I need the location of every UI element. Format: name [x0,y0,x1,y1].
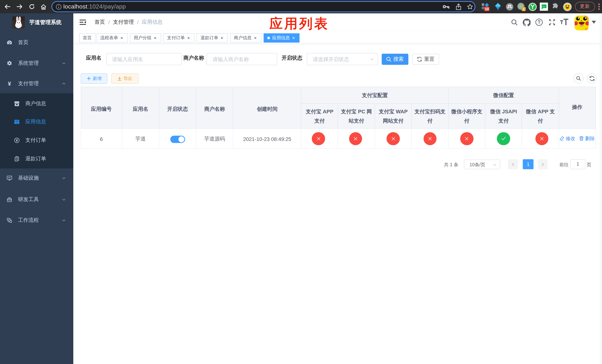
svg-text:¥: ¥ [8,81,11,86]
svg-text:1: 1 [523,7,525,11]
svg-text:10: 10 [485,7,489,11]
